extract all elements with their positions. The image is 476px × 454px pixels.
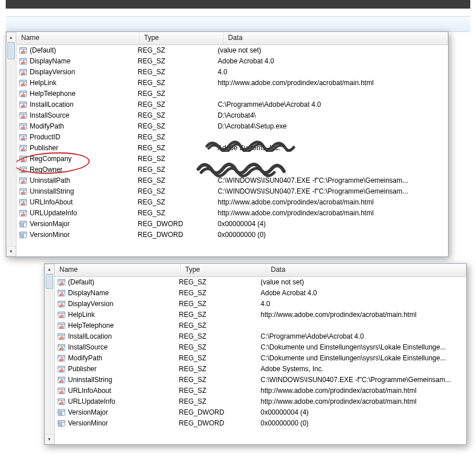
column-header-data[interactable]: Data (266, 264, 466, 276)
value-type: REG_SZ (135, 164, 215, 175)
string-value-icon (57, 300, 66, 308)
string-value-icon (57, 311, 66, 319)
string-value-icon (57, 376, 66, 384)
scroll-thumb[interactable] (46, 274, 53, 289)
value-data: 4.0 (258, 299, 466, 310)
value-name: DisplayName (68, 288, 109, 299)
registry-value-row[interactable]: URLUpdateInfoREG_SZhttp://www.adobe.com/… (55, 396, 466, 407)
scroll-thumb[interactable] (7, 42, 15, 59)
value-type: REG_DWORD (177, 418, 258, 429)
registry-value-row[interactable]: DisplayNameREG_SZAdobe Acrobat 4.0 (55, 288, 466, 299)
value-data: (value not set) (215, 45, 448, 56)
binary-value-icon (57, 419, 66, 428)
value-type: REG_SZ (135, 175, 215, 186)
value-type: REG_SZ (135, 132, 215, 143)
scrollbar-left-1[interactable]: ▴ ▾ (6, 32, 17, 256)
value-type: REG_SZ (177, 277, 258, 288)
string-value-icon (19, 46, 27, 55)
string-value-icon (19, 187, 27, 196)
top-dark-bar (6, 0, 470, 9)
registry-value-row[interactable]: (Default)REG_SZ(value not set) (55, 277, 466, 288)
value-type: REG_SZ (135, 78, 215, 89)
value-data: (value not set) (258, 277, 466, 288)
value-name: UninstallPath (30, 175, 70, 186)
value-name: UninstallString (68, 375, 112, 385)
registry-value-row[interactable]: ModifyPathREG_SZC:\Dokumente und Einstel… (55, 353, 466, 364)
registry-value-row[interactable]: DisplayNameREG_SZAdobe Acrobat 4.0 (17, 56, 448, 67)
value-type: REG_SZ (135, 45, 215, 56)
value-data: D:\Acrobat4\ (215, 110, 448, 121)
column-header-row: Name Type Data (55, 264, 466, 277)
scroll-down-icon[interactable]: ▾ (45, 434, 54, 444)
registry-value-row[interactable]: PublisherREG_SZAdobe Systems, Inc. (55, 364, 466, 375)
string-value-icon (19, 166, 27, 174)
string-value-icon (19, 79, 27, 87)
string-value-icon (57, 332, 66, 341)
registry-value-row[interactable]: DisplayVersionREG_SZ4.0 (55, 299, 466, 310)
registry-value-row[interactable]: URLUpdateInfoREG_SZhttp://www.adobe.com/… (17, 208, 448, 219)
value-name: ModifyPath (68, 353, 102, 364)
scroll-down-icon[interactable]: ▾ (6, 246, 16, 256)
registry-value-row[interactable]: InstallLocationREG_SZC:\Programme\Adobe\… (55, 331, 466, 342)
registry-value-row[interactable]: HelpLinkREG_SZhttp://www.adobe.com/prodi… (17, 78, 448, 89)
registry-value-row[interactable]: (Default)REG_SZ(value not set) (17, 45, 448, 56)
value-data: C:\Dokumente und Einstellungen\sysrs\Lok… (258, 342, 466, 353)
toolbar-strip (6, 16, 470, 32)
value-type: REG_SZ (177, 375, 258, 385)
scroll-up-icon[interactable]: ▴ (6, 32, 16, 42)
registry-value-row[interactable]: VersionMinorREG_DWORD0x00000000 (0) (55, 418, 466, 429)
string-value-icon (19, 198, 27, 207)
registry-panel-2: ▴ ▾ Name Type Data (Default)REG_SZ(value… (44, 263, 467, 445)
value-data (258, 320, 466, 331)
registry-value-row[interactable]: HelpTelephoneREG_SZ (17, 89, 448, 99)
value-name: DisplayVersion (30, 67, 75, 78)
value-data: http://www.adobe.com/prodindex/acrobat/m… (258, 396, 466, 407)
registry-value-row[interactable]: URLInfoAboutREG_SZhttp://www.adobe.com/p… (17, 197, 448, 208)
registry-value-row[interactable]: HelpTelephoneREG_SZ (55, 320, 466, 331)
value-data: C:\WINDOWS\ISUN0407.EXE -f"C:\Programme\… (215, 186, 448, 197)
value-type: REG_SZ (135, 197, 215, 208)
column-header-type[interactable]: Type (181, 264, 266, 276)
registry-value-row[interactable]: VersionMajorREG_DWORD0x00000004 (4) (17, 219, 448, 230)
registry-value-row[interactable]: ProductIDREG_SZ (17, 132, 448, 143)
registry-value-row[interactable]: InstallSourceREG_SZC:\Dokumente und Eins… (55, 342, 466, 353)
string-value-icon (57, 289, 66, 298)
value-type: REG_SZ (177, 288, 258, 299)
string-value-icon (19, 101, 27, 109)
column-header-data[interactable]: Data (223, 32, 448, 45)
value-type: REG_SZ (135, 89, 215, 99)
column-header-name[interactable]: Name (55, 264, 181, 276)
registry-value-row[interactable]: RegCompanyREG_SZ (17, 154, 448, 164)
registry-value-row[interactable]: HelpLinkREG_SZhttp://www.adobe.com/prodi… (55, 310, 466, 320)
scroll-up-icon[interactable]: ▴ (45, 264, 54, 274)
column-header-name[interactable]: Name (17, 32, 139, 45)
registry-value-row[interactable]: ModifyPathREG_SZD:\Acrobat4\Setup.exe (17, 121, 448, 132)
value-type: REG_SZ (135, 110, 215, 121)
column-header-type[interactable]: Type (139, 32, 223, 45)
registry-value-row[interactable]: InstallLocationREG_SZC:\Programme\Adobe\… (17, 99, 448, 110)
value-name: HelpTelephone (68, 320, 114, 331)
registry-rows-1: (Default)REG_SZ(value not set)DisplayNam… (17, 45, 448, 240)
value-name: Publisher (30, 143, 58, 154)
value-type: REG_SZ (177, 342, 258, 353)
registry-value-row[interactable]: InstallSourceREG_SZD:\Acrobat4\ (17, 110, 448, 121)
binary-value-icon (19, 231, 27, 239)
value-name: InstallSource (30, 110, 69, 121)
registry-value-row[interactable]: RegOwnerREG_SZ (17, 164, 448, 175)
registry-value-row[interactable]: VersionMinorREG_DWORD0x00000000 (0) (17, 230, 448, 240)
registry-value-row[interactable]: DisplayVersionREG_SZ4.0 (17, 67, 448, 78)
registry-value-row[interactable]: UninstallPathREG_SZC:\WINDOWS\ISUN0407.E… (17, 175, 448, 186)
value-data: Adobe Acrobat 4.0 (258, 288, 466, 299)
registry-value-row[interactable]: PublisherREG_SZAdobe Systems, Inc. (17, 143, 448, 154)
value-name: HelpLink (30, 78, 57, 89)
string-value-icon (19, 68, 27, 77)
registry-value-row[interactable]: URLInfoAboutREG_SZhttp://www.adobe.com/p… (55, 385, 466, 396)
column-header-row: Name Type Data (17, 32, 448, 45)
scrollbar-left-2[interactable]: ▴ ▾ (45, 264, 55, 444)
registry-value-row[interactable]: UninstallStringREG_SZC:\WINDOWS\ISUN0407… (55, 375, 466, 385)
registry-value-row[interactable]: VersionMajorREG_DWORD0x00000004 (4) (55, 407, 466, 418)
registry-value-row[interactable]: UninstallStringREG_SZC:\WINDOWS\ISUN0407… (17, 186, 448, 197)
value-data (215, 164, 448, 175)
value-data: D:\Acrobat4\Setup.exe (215, 121, 448, 132)
string-value-icon (19, 155, 27, 163)
